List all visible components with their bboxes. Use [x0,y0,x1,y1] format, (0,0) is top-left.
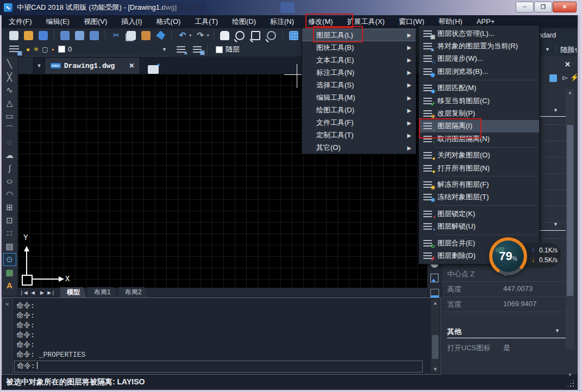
save-icon[interactable] [39,31,48,40]
resize-grip[interactable] [567,380,574,387]
menu-tools[interactable]: 工具(T) [187,15,225,28]
spline-icon[interactable]: ∫ [3,162,16,175]
menu-item-set-object-layer-current[interactable]: ▲将对象的图层置为当前(R) [419,40,539,52]
arc-icon[interactable]: ⌒ [3,123,16,136]
set-layer-current-icon[interactable]: ▲ [177,46,185,53]
style-combo-fragment[interactable]: ndard [538,31,556,39]
plot-icon[interactable] [60,31,70,40]
maximize-button[interactable]: ❐ [534,2,552,12]
panel-scroll-down-icon[interactable]: ▼ [566,372,574,377]
section-other-collapse-icon[interactable]: ▼ [555,328,560,333]
polygon-icon[interactable]: △ [3,97,16,110]
command-input[interactable]: 命令: [14,361,423,372]
menu-item-layer-match[interactable]: ◆图层匹配(M) [419,82,539,94]
property-row[interactable]: 高度 447.0073 [442,281,566,297]
select-cursor-icon[interactable]: ▻ [562,73,568,81]
cut-icon[interactable]: ✂ [110,30,122,40]
menu-item-text-tools[interactable]: 文本工具(E)▶ [302,54,416,66]
menu-item-file-tools[interactable]: 文件工具(F)▶ [302,117,416,129]
redo-icon[interactable]: ↷ [195,30,206,40]
menu-item-selection-tools[interactable]: 选择工具(S)▶ [302,79,416,91]
panel-scrollbar[interactable]: ▲ ▼ [566,89,574,350]
document-tab-close-icon[interactable]: ✕ [129,62,134,69]
panel-scroll-up-icon[interactable]: ▲ [566,90,574,95]
menu-item-modify-tools[interactable]: 编辑工具(M)▶ [302,91,416,104]
zoom-window-icon[interactable] [251,31,260,40]
redo-dropdown-caret[interactable]: ▾ [207,33,210,38]
menu-item-draw-tools[interactable]: 绘图工具(D)▶ [302,104,416,117]
menu-item-move-to-current-layer[interactable]: ✔移至当前图层(C) [419,94,539,107]
section-collapse-icon[interactable]: ▼ [553,108,558,113]
memory-usage-ring[interactable]: 79 % [489,237,527,275]
undo-dropdown-caret[interactable]: ▾ [189,33,192,38]
menu-item-others[interactable]: 其它(O)▶ [302,142,416,154]
table-icon[interactable]: ▦ [3,266,16,279]
circle-icon[interactable]: ◌ [3,136,16,149]
covered-combo-dropdown-icon[interactable]: ▼ [545,47,550,52]
menu-item-layer-lock[interactable]: ▪图层锁定(K) [419,207,539,220]
scrollbar-thumb[interactable] [432,335,439,359]
menu-item-custom-tools[interactable]: 定制工具(T)▶ [302,129,416,142]
menu-item-layer-on-all[interactable]: ●打开所有图层(N) [419,162,539,174]
property-row-ucs[interactable]: 打开UCS图标 是 [442,340,566,355]
panel-close-icon[interactable]: ✕ [565,60,571,68]
menu-item-dimension-tools[interactable]: 标注工具(N)▶ [302,66,416,79]
point-icon[interactable]: ∷ [3,227,16,240]
hatch-icon[interactable]: ▨ [3,240,16,253]
tab-model[interactable]: 模型 [60,287,86,298]
document-tab-active[interactable]: DWG Drawing1.dwg ✕ [45,57,140,74]
last-tab-icon[interactable]: ▶❘ [47,290,56,295]
layer-on-off-icon[interactable]: ● [26,46,30,53]
menu-item-layer-thaw-all[interactable]: ❋解冻所有图层(F) [419,178,539,191]
calculator-icon[interactable] [289,31,298,40]
zoom-realtime-icon[interactable] [235,31,245,40]
layer-plot-icon[interactable]: ▢ [42,46,48,53]
zoom-previous-icon[interactable] [267,31,276,40]
open-file-icon[interactable] [24,31,33,40]
menu-edit[interactable]: 编辑(E) [39,15,77,28]
paste-icon[interactable] [141,31,151,40]
menu-item-block-tools[interactable]: 图块工具(B)▶ [302,41,416,54]
polyline-icon[interactable]: ∿ [3,84,16,97]
menu-view[interactable]: 视图(V) [77,15,114,28]
close-button[interactable]: ✕ [553,2,577,12]
next-tab-icon[interactable]: ▶ [37,290,47,295]
tab-layout2[interactable]: 布局2 [118,287,148,298]
menu-file[interactable]: 文件(F) [2,15,39,28]
layout-viewport-icon[interactable] [430,289,439,298]
insert-block-icon[interactable]: ⊞ [3,201,16,214]
menu-draw[interactable]: 绘图(D) [225,15,263,28]
layer-properties-manager-icon[interactable]: ▣ [9,46,19,53]
menu-format[interactable]: 格式(O) [149,15,188,28]
layer-previous-icon[interactable]: ▣ [193,46,202,53]
command-window[interactable]: ✕ 命令: 命令: 命令: 命令: 命令: 命令: _PROPERTIES 命令… [2,298,441,375]
layer-lock-toggle-icon[interactable]: ▪ [52,46,54,53]
layer-combo[interactable]: ● ✳ ▢ ▪ 0 ▼ [24,43,170,56]
mtext-icon[interactable]: A [3,279,16,292]
line-icon[interactable]: ╲ [3,58,16,71]
menu-dimension[interactable]: 标注(N) [263,15,301,28]
menu-item-layer-freeze[interactable]: ❋冻结对象图层(T) [419,191,539,204]
color-combo[interactable]: 随层 [213,45,240,54]
region-icon[interactable]: ⊙ [3,253,16,266]
command-window-close-icon[interactable]: ✕ [5,301,9,307]
menu-item-layer-states-manager[interactable]: ▣图层状态管理(L)... [419,27,539,40]
publish-icon[interactable] [90,31,99,40]
make-block-icon[interactable]: ⊡ [3,214,16,227]
plot-preview-icon[interactable] [75,31,84,40]
layer-freeze-toggle-icon[interactable]: ✳ [33,46,39,53]
panel-scrollbar-thumb[interactable] [567,125,573,296]
menu-item-layer-unlock[interactable]: ▪图层解锁(U) [419,220,539,232]
tab-layout1[interactable]: 布局1 [87,287,117,298]
ellipse-icon[interactable]: ○ [3,175,16,188]
menu-insert[interactable]: 插入(I) [114,15,149,28]
pan-icon[interactable] [220,31,229,40]
quick-select-icon[interactable] [549,74,557,82]
ellipse-arc-icon[interactable]: ◠ [3,188,16,201]
property-row[interactable]: 宽度 1069.9407 [442,296,566,312]
xline-icon[interactable]: ╳ [3,71,16,84]
bycolor-combo-fragment[interactable]: 随颜色 [560,45,577,55]
section-collapse-icon-2[interactable]: ▼ [553,222,558,227]
new-file-icon[interactable] [9,31,18,40]
menu-item-layer-walk[interactable]: ∴图层漫步(W)... [419,53,539,65]
